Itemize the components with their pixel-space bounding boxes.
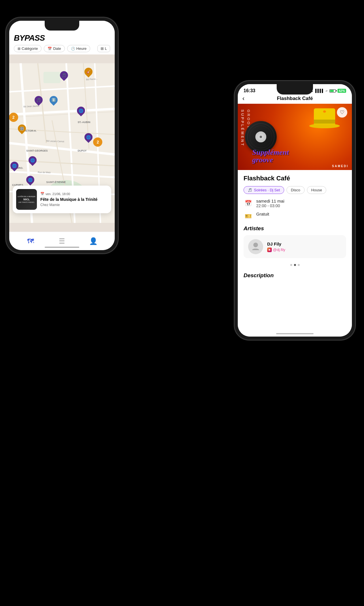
filter-date[interactable]: 📅 Date (44, 45, 65, 52)
date-meta-row: 📅 samedi 11 mai 22:00 - 03:00 (244, 199, 346, 208)
event-content: Flashback Café 🎵 Soirées · Dj Set Disco … (238, 170, 352, 298)
filter-categorie[interactable]: ⊞ Catégorie (14, 45, 42, 52)
price-text: Gratuit (256, 212, 346, 216)
map-grid-icon: ⊞ (101, 46, 104, 51)
phone-2-detail: 16:33 ▲ ▌▌▌▌ ⌐ 42% ‹ Flash (234, 81, 355, 340)
dot-2-active (294, 264, 296, 266)
tab-map[interactable]: 🗺 (24, 235, 37, 248)
ticket-meta-icon: 🎫 (244, 212, 253, 221)
svg-text:SAINT-ÉTIENNE: SAINT-ÉTIENNE (46, 181, 66, 184)
description-section-title: Description (244, 272, 346, 279)
filter-heure-label: Heure (76, 46, 86, 51)
calendar-small-icon: 📅 (40, 192, 44, 196)
event-art-title1: Supplément (252, 149, 349, 156)
event-tags: 🎵 Soirées · Dj Set Disco House (244, 186, 346, 194)
vertical-text-left: SUPPLÉMENT (241, 110, 244, 147)
artist-card-dj-fily[interactable]: DJ Fily ▣ @dj.fily (244, 235, 346, 258)
price-line: Gratuit (256, 212, 346, 216)
instagram-icon: ▣ (267, 248, 272, 252)
svg-text:SAINT-GEORGES: SAINT-GEORGES (26, 149, 48, 152)
dot-3 (298, 264, 300, 266)
tab-list[interactable]: ☰ (56, 235, 68, 248)
svg-text:ST.-AUBIN: ST.-AUBIN (78, 121, 90, 124)
event-preview-info: 📅 ven. 21/06, 18:00 Fête de la Musique à… (40, 192, 108, 207)
signal-icon: ▌▌▌▌ (315, 89, 324, 93)
home-indicator-2 (276, 333, 314, 334)
app-logo: BYPASS (14, 33, 110, 43)
tag-house[interactable]: House (307, 186, 327, 194)
map-pin-1[interactable]: 🎵 (60, 71, 68, 79)
profile-tab-icon: 👤 (89, 237, 98, 245)
phone2-notch (277, 84, 313, 95)
svg-point-28 (253, 243, 258, 247)
event-art-title2: groove (252, 156, 349, 164)
tab-profile[interactable]: 👤 (87, 235, 100, 248)
map-pin-6[interactable]: 🌐 (10, 162, 18, 170)
navigation-bar: ‹ Flashback Café (238, 95, 352, 104)
supplement-groove-artwork: SUPPLÉMENT GROOVE (238, 104, 352, 170)
map-pin-eq[interactable]: 🎛️ (18, 124, 26, 133)
phone1-notch (45, 21, 79, 31)
map-pin-guitar[interactable]: 🎸 (84, 68, 93, 76)
phone1-app: BYPASS ⊞ Catégorie 📅 Date 🕐 Heure (9, 21, 115, 250)
calendar-icon: 📅 (48, 47, 52, 51)
instagram-handle: @dj.fily (273, 248, 285, 252)
dot-1 (290, 264, 292, 266)
filter-heure[interactable]: 🕐 Heure (67, 45, 90, 52)
date-text: samedi 11 mai 22:00 - 03:00 (256, 199, 346, 208)
phone-1-map: BYPASS ⊞ Catégorie 📅 Date 🕐 Heure (6, 17, 118, 254)
tag-disco-label: Disco (291, 188, 300, 192)
list-tab-icon: ☰ (59, 237, 65, 245)
phone2-app: 16:33 ▲ ▌▌▌▌ ⌐ 42% ‹ Flash (238, 84, 352, 337)
event-title: Flashback Café (244, 175, 346, 182)
artist-name: DJ Fily (267, 241, 285, 246)
map-view-label: L (105, 46, 107, 51)
wifi-icon: ⌐ (326, 89, 328, 93)
battery-percent: 42% (337, 89, 346, 93)
back-button[interactable]: ‹ (242, 95, 244, 102)
description-spacer (244, 282, 346, 294)
time-line: 22:00 - 03:00 (256, 203, 346, 208)
tag-disco[interactable]: Disco (286, 186, 305, 194)
event-preview-venue: Chez Mamie (40, 203, 108, 207)
map-pin-5[interactable]: 🌐 (29, 156, 37, 164)
clock-icon: 🕐 (71, 47, 75, 51)
battery-indicator (329, 89, 336, 92)
event-preview-title: Fête de la Musique à la Trinité (40, 197, 108, 202)
filter-date-label: Date (53, 46, 61, 51)
map-pin-3[interactable]: 🌐 (77, 107, 85, 115)
map-area[interactable]: Bd Jean Jaurès Bd Lazare Carnot Rue de M… (9, 54, 115, 232)
carousel-dots (244, 261, 346, 270)
status-icons: ▲ ▌▌▌▌ ⌐ 42% (310, 89, 346, 93)
price-meta-row: 🎫 Gratuit (244, 212, 346, 221)
event-preview-date: 📅 ven. 21/06, 18:00 (40, 192, 108, 196)
map-pin-4[interactable]: 🌐 (84, 133, 93, 141)
calendar-meta-icon: 📅 (244, 199, 253, 208)
map-pin-2[interactable]: 🎵 (35, 96, 43, 104)
tag-soirees-djset[interactable]: 🎵 Soirées · Dj Set (244, 186, 284, 194)
map-pin-7[interactable]: 🌐 (26, 176, 34, 184)
map-cluster-2-right[interactable]: 2 (93, 137, 102, 147)
event-meta: 📅 samedi 11 mai 22:00 - 03:00 🎫 Gratuit (244, 199, 346, 221)
status-time: 16:33 (244, 88, 255, 93)
date-line: samedi 11 mai (256, 199, 346, 203)
map-cluster-2-left[interactable]: 2 (9, 113, 18, 122)
svg-text:DUPUY: DUPUY (78, 149, 86, 152)
grid-icon: ⊞ (18, 47, 20, 51)
favorite-button[interactable]: ♡ (337, 107, 347, 118)
svg-rect-2 (44, 72, 61, 83)
samedi-label: SAMEDI (332, 165, 348, 168)
artists-section-title: Artistes (244, 225, 346, 232)
filter-categorie-label: Catégorie (22, 46, 38, 51)
tag-soirees-label: Soirées · Dj Set (254, 188, 280, 192)
detail-scroll-area[interactable]: SUPPLÉMENT GROOVE (238, 104, 352, 337)
map-pin-info[interactable]: ℹ️ (50, 96, 58, 104)
svg-text:Rue de Metz: Rue de Metz (38, 171, 51, 174)
artist-avatar (248, 239, 263, 254)
artist-instagram[interactable]: ▣ @dj.fily (267, 248, 285, 252)
music-tag-icon: 🎵 (248, 188, 252, 192)
artist-info: DJ Fily ▣ @dj.fily (267, 241, 285, 252)
event-preview-card[interactable]: LA FÊTE DE LA MUSIQUE 50CL AND TRINITÉ F… (13, 186, 111, 213)
tag-house-label: House (311, 188, 322, 192)
map-view-toggle[interactable]: ⊞ L (97, 45, 110, 52)
